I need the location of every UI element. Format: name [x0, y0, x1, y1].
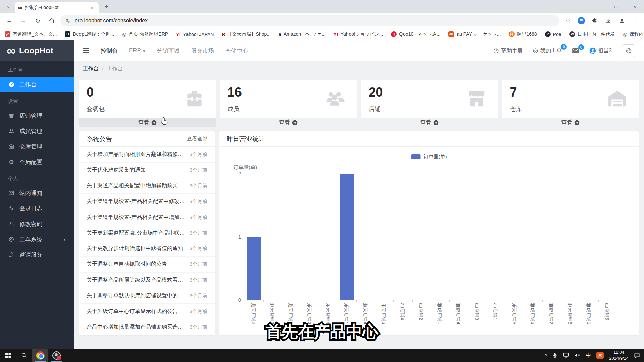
profile-button[interactable]	[616, 16, 627, 26]
window-maximize-button[interactable]: □	[606, 0, 625, 13]
sidebar-item-member-management[interactable]: 成员管理	[0, 123, 74, 139]
bookmark-label: Yahoo!ショッピン...	[341, 31, 383, 37]
help-manual-link[interactable]: 帮助手册	[493, 47, 523, 54]
downloads-button[interactable]	[603, 16, 613, 26]
tray-expand-icon[interactable]: ^	[545, 353, 547, 358]
chart-x-tick	[263, 300, 264, 302]
bookmark-item[interactable]: PPoe	[545, 31, 561, 37]
start-button[interactable]	[0, 349, 16, 362]
announcement-row[interactable]: 关于优化雅虎采集的通知3个月前	[79, 163, 215, 178]
sidebar-item-shop-management[interactable]: 店铺管理	[0, 108, 74, 123]
home-button[interactable]	[46, 15, 57, 26]
bookmark-item[interactable]: Y!Yahoo!ショッピン...	[334, 31, 383, 37]
view-button[interactable]: 查看	[502, 118, 639, 127]
volume-muted-icon[interactable]	[574, 353, 580, 358]
language-button[interactable]	[622, 44, 635, 57]
sidebar-item-warehouse-management[interactable]: 仓库管理	[0, 139, 74, 154]
extension-translate-button[interactable]: ☰	[576, 16, 586, 26]
announcement-row[interactable]: 关于更新渠道配置-细分市场中产品串联可选...3个月前	[79, 225, 215, 241]
user-menu[interactable]: 担当3	[589, 47, 612, 54]
hamburger-icon[interactable]	[83, 48, 89, 53]
sidebar-item-login-log[interactable]: 登录日志	[0, 201, 74, 216]
extensions-button[interactable]	[590, 16, 600, 26]
announcement-row[interactable]: 关于渠道产品相关配置中增加辅助购买选项...3个月前	[79, 178, 215, 194]
address-bar[interactable]: erp.loophot.com/console/index	[60, 15, 559, 26]
bookmark-item[interactable]: ◎首页-领航跨境ERP	[122, 31, 168, 37]
announcement-row[interactable]: 产品中心增加批量添加产品辅助购买选项功能3个月前	[79, 319, 215, 335]
bookmark-item[interactable]: W日本国内一件代发	[569, 31, 615, 37]
sidebar-item-workbench[interactable]: 工作台	[0, 77, 74, 92]
sidebar-menu: 工作台 工作台 设置 店铺管理	[0, 61, 74, 262]
taskbar-clock[interactable]: 11:04 2024/9/14	[609, 349, 629, 361]
bookmark-item[interactable]: QQoo10 - ネット通...	[391, 31, 440, 37]
nav-item-warehouse-center[interactable]: 仓储中心	[225, 47, 248, 55]
taskbar-obs-button[interactable]	[48, 349, 64, 362]
user-avatar-icon	[589, 47, 596, 54]
sidebar-item-invite-service[interactable]: 邀请服务	[0, 247, 74, 262]
sidebar-item-global-config[interactable]: ⚙ 全局配置	[0, 154, 74, 170]
messages-button[interactable]: 0	[572, 48, 579, 54]
announcement-title: 关于更新渠道配置-细分市场中产品串联可选...	[87, 230, 185, 237]
announcement-row[interactable]: 关于增加产品封面相册图片翻译和精修的通知3个月前	[79, 147, 215, 163]
bookmark-item[interactable]: aAmazon | 本, ファ...	[279, 31, 326, 37]
forward-button[interactable]: →	[18, 15, 29, 26]
sogou-input-icon[interactable]: S	[596, 352, 604, 359]
announcement-row[interactable]: 关于调整产品所属等级以及产品模式看板功...3个月前	[79, 273, 215, 288]
taskbar-chrome-button[interactable]	[32, 349, 48, 362]
bookmark-item[interactable]: DDeepL翻译：全世...	[65, 31, 114, 37]
mail-badge: 0	[578, 44, 584, 50]
window-minimize-button[interactable]: ─	[588, 0, 606, 13]
new-tab-button[interactable]: +	[101, 2, 111, 12]
view-all-link[interactable]: 查看全部	[187, 136, 207, 142]
sidebar-item-site-notifications[interactable]: 站内通知	[0, 185, 74, 201]
window-close-button[interactable]: ×	[625, 0, 644, 13]
bookmark-favicon-icon: 阿	[509, 31, 515, 37]
back-button[interactable]: ←	[4, 15, 15, 26]
taskbar: ^ 中 S 11:04 2024/9/14	[0, 349, 644, 362]
chart-x-tick	[524, 300, 524, 302]
taskbar-search-button[interactable]	[16, 349, 32, 362]
announcement-row[interactable]: 关于调整订单默认仓库到店铺设置中的公告3个月前	[79, 288, 215, 304]
announcement-time: 3个月前	[190, 183, 207, 189]
site-settings-icon[interactable]	[65, 18, 71, 24]
screen: ∨ ∞ 控制台-LoopHot × + ─ □ × ← → ↻ erp.loop…	[0, 0, 644, 362]
view-button[interactable]: 查看	[220, 118, 357, 127]
bookmark-item[interactable]: Y!Yahoo! JAPAN	[176, 32, 214, 37]
breadcrumb-root[interactable]: 工作台	[83, 65, 99, 72]
tab-close-icon[interactable]: ×	[89, 5, 95, 11]
chart-x-tick	[319, 300, 319, 302]
announcement-row[interactable]: 关于渠道常规设置-产品相关配置中增加默认...3个月前	[79, 209, 215, 225]
bookmark-item[interactable]: auau PAY マーケット...	[448, 31, 501, 37]
chart-legend[interactable]: 订单量(单)	[411, 154, 447, 160]
sidebar-item-change-password[interactable]: 修改密码	[0, 216, 74, 232]
bookmark-star-button[interactable]: ☆	[563, 16, 573, 26]
bookmark-item[interactable]: yd有道翻译_文本、文...	[5, 31, 57, 37]
arrow-circle-icon	[292, 120, 298, 125]
view-button[interactable]: 查看	[79, 118, 216, 127]
announcement-time: 3个月前	[190, 308, 207, 315]
bookmark-item[interactable]: 阿阿里1688	[509, 31, 537, 37]
view-button[interactable]: 查看	[361, 118, 498, 127]
browser-menu-button[interactable]: ⋮	[630, 16, 640, 26]
microphone-icon[interactable]	[552, 353, 557, 358]
bookmark-item[interactable]: ◎课程内容修改-Loo...	[623, 31, 644, 37]
my-tickets-link[interactable]: 我的工单 0	[533, 47, 562, 54]
announcement-row[interactable]: 关于渠道常规设置-产品相关配置中修改默认...3个月前	[79, 194, 215, 209]
sidebar-item-ticket-system[interactable]: 工单系统 ‹	[0, 232, 74, 247]
announcement-list: 关于增加产品封面相册图片翻译和精修的通知3个月前关于优化雅虎采集的通知3个月前关…	[79, 147, 215, 335]
tab-search-button[interactable]: ∨	[3, 2, 13, 12]
nav-item-service-market[interactable]: 服务市场	[191, 47, 214, 55]
nav-item-console[interactable]: 控制台	[101, 47, 118, 55]
app-logo[interactable]: ∞ LoopHot	[0, 40, 74, 61]
nav-item-erp[interactable]: ERP ▾	[129, 47, 146, 54]
display-icon[interactable]	[563, 353, 569, 358]
announcement-row[interactable]: 关于更改异步计划筛选框中缺省值的通知3个月前	[79, 241, 215, 257]
ime-indicator[interactable]: 中	[586, 352, 591, 359]
announcement-row[interactable]: 关于升级订单中心订单显示样式的公告3个月前	[79, 304, 215, 319]
browser-tab[interactable]: ∞ 控制台-LoopHot ×	[15, 2, 99, 13]
reload-button[interactable]: ↻	[32, 15, 43, 26]
notification-center-icon[interactable]	[634, 353, 640, 358]
announcement-row[interactable]: 关于调整订单自动抓取时间的公告3个月前	[79, 257, 215, 273]
bookmark-item[interactable]: R【楽天市場】Shop...	[222, 31, 271, 37]
nav-item-distribution-mall[interactable]: 分销商城	[157, 47, 180, 55]
